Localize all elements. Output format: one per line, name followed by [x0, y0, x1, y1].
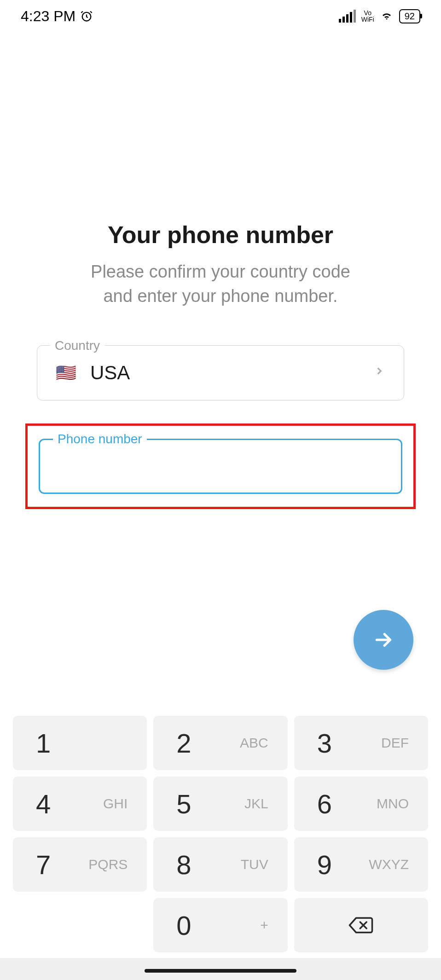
page-subtitle: Please confirm your country code and ent…	[37, 260, 404, 308]
vowifi-top: Vo	[364, 10, 371, 16]
country-label: Country	[50, 338, 104, 353]
backspace-icon	[348, 916, 374, 935]
key-letters: TUV	[241, 857, 268, 872]
vowifi-indicator: Vo WiFi	[361, 10, 374, 23]
keypad-key-9[interactable]: 9 WXYZ	[294, 837, 428, 892]
keypad-key-1[interactable]: 1	[13, 716, 147, 770]
key-digit: 2	[176, 728, 191, 759]
key-digit: 5	[176, 789, 191, 819]
vowifi-bottom: WiFi	[361, 16, 374, 23]
key-letters: DEF	[381, 735, 409, 751]
key-digit: 4	[36, 789, 51, 819]
key-letters: JKL	[244, 796, 268, 812]
key-letters: WXYZ	[369, 857, 409, 872]
keypad-key-3[interactable]: 3 DEF	[294, 716, 428, 770]
keypad-key-2[interactable]: 2 ABC	[153, 716, 287, 770]
keypad-key-8[interactable]: 8 TUV	[153, 837, 287, 892]
country-flag-icon: 🇺🇸	[56, 363, 76, 383]
status-time: 4:23 PM	[21, 8, 75, 25]
continue-button[interactable]	[354, 610, 413, 670]
status-left: 4:23 PM	[21, 8, 93, 25]
arrow-right-icon	[372, 628, 395, 651]
phone-highlight-box: Phone number	[25, 423, 416, 509]
key-digit: 6	[317, 789, 332, 819]
keypad-key-0[interactable]: 0 +	[153, 898, 287, 952]
status-bar: 4:23 PM Vo WiFi 92	[0, 0, 441, 32]
battery-level: 92	[405, 11, 415, 22]
key-digit: 0	[176, 910, 191, 941]
keypad-key-5[interactable]: 5 JKL	[153, 777, 287, 831]
phone-label: Phone number	[53, 432, 147, 447]
key-digit: 3	[317, 728, 332, 759]
chevron-right-icon	[373, 362, 385, 384]
keypad-key-4[interactable]: 4 GHI	[13, 777, 147, 831]
main-content: Your phone number Please confirm your co…	[0, 221, 441, 509]
page-title: Your phone number	[37, 221, 404, 249]
alarm-icon	[80, 10, 93, 23]
key-digit: 1	[36, 728, 51, 759]
country-name: USA	[90, 362, 373, 384]
key-letters: MNO	[377, 796, 409, 812]
keypad-key-6[interactable]: 6 MNO	[294, 777, 428, 831]
wifi-icon	[380, 11, 394, 22]
key-letters: ABC	[240, 735, 268, 751]
country-selector[interactable]: Country 🇺🇸 USA	[37, 345, 404, 400]
key-digit: 8	[176, 849, 191, 880]
status-right: Vo WiFi 92	[339, 9, 420, 23]
key-digit: 7	[36, 849, 51, 880]
battery-indicator: 92	[399, 9, 420, 23]
key-letters: +	[260, 917, 268, 933]
key-digit: 9	[317, 849, 332, 880]
keypad-key-7[interactable]: 7 PQRS	[13, 837, 147, 892]
home-indicator[interactable]	[145, 969, 296, 973]
numeric-keypad: 1 2 ABC 3 DEF 4 GHI 5 JKL 6 MNO 7 PQRS 8…	[0, 716, 441, 952]
keypad-key-backspace[interactable]	[294, 898, 428, 952]
phone-number-input[interactable]: Phone number	[39, 439, 402, 494]
signal-icon	[339, 10, 356, 23]
key-letters: PQRS	[88, 857, 128, 872]
key-letters: GHI	[103, 796, 128, 812]
